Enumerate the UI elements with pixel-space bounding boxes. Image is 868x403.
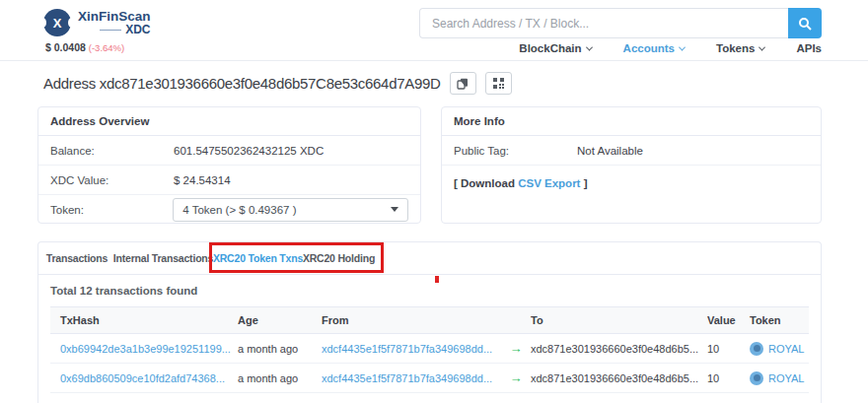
tab-xrc20-token-txns[interactable]: XRC20 Token Txns (216, 242, 300, 274)
nav-apis[interactable]: APIs (796, 42, 822, 54)
nav-tokens-label: Tokens (716, 42, 755, 54)
txhash-link[interactable]: 0x69db860509ce10fd2afd74368... (50, 372, 238, 384)
tab-transactions[interactable]: Transactions (43, 242, 110, 274)
balance-label: Balance: (50, 145, 174, 157)
token-dropdown[interactable]: 4 Token (> $ 0.49367 ) (173, 198, 408, 222)
header-txhash: TxHash (50, 314, 238, 326)
download-line: [ Download CSV Export ] (442, 166, 821, 201)
tab-xrc20-holding[interactable]: XRC20 Holding (300, 242, 378, 274)
to-address-cell: xdc871e301936660e3f0e48d6b5... (531, 343, 707, 355)
xdc-value: $ 24.54314 (174, 174, 231, 186)
nav-blockchain-label: BlockChain (519, 42, 581, 54)
transactions-tabbar: Transactions Internal Transactions XRC20… (38, 242, 821, 275)
header: X XinFinScan XDC $ 0.0408 (-3.64%) Block… (0, 0, 868, 61)
balance-row: Balance: 601.5475502362432125 XDC (38, 136, 420, 166)
qr-code-button[interactable] (485, 72, 512, 95)
xdc-price: $ 0.0408 (-3.64%) (45, 41, 124, 53)
nav-apis-label: APIs (796, 42, 822, 54)
search-button[interactable] (788, 8, 822, 38)
transactions-table: TxHash Age From To Value Token 0xb69942d… (50, 306, 809, 393)
transfer-arrow-icon: → (501, 370, 531, 385)
xdc-value-label: XDC Value: (50, 174, 174, 186)
balance-value: 601.5475502362432125 XDC (174, 145, 324, 157)
token-row: Token: 4 Token (> $ 0.49367 ) (38, 195, 420, 224)
logo[interactable]: X XinFinScan XDC (43, 9, 151, 36)
price-change: (-3.64%) (89, 42, 124, 53)
header-value: Value (707, 314, 750, 326)
token-cell: ROYAL (750, 371, 809, 385)
qr-code-icon (493, 78, 504, 89)
from-address-link[interactable]: xdcf4435e1f5f7871b7fa349698dd... (322, 343, 501, 355)
table-row: 0x69db860509ce10fd2afd74368... a month a… (50, 364, 809, 393)
table-row: 0xb69942de3a1b3e99e19251199... a month a… (50, 334, 809, 364)
age-cell: a month ago (238, 372, 322, 384)
token-logo-icon (750, 371, 763, 385)
header-age: Age (238, 314, 322, 326)
more-info-title: More Info (442, 107, 821, 136)
chevron-down-icon (586, 43, 593, 50)
nav-blockchain[interactable]: BlockChain (519, 42, 591, 54)
age-cell: a month ago (238, 343, 322, 355)
brand-sub-label: XDC (125, 24, 150, 36)
table-header-row: TxHash Age From To Value Token (50, 306, 809, 334)
token-label: Token: (50, 204, 173, 216)
transactions-summary: Total 12 transactions found (38, 275, 821, 302)
main-nav: BlockChain Accounts Tokens APIs (519, 42, 822, 54)
public-tag-label: Public Tag: (454, 145, 577, 157)
public-tag-row: Public Tag: Not Available (442, 136, 821, 166)
price-value: $ 0.0408 (45, 41, 86, 53)
xdc-value-row: XDC Value: $ 24.54314 (38, 166, 420, 195)
header-token: Token (750, 314, 809, 326)
xdc-coin-icon: X (43, 9, 71, 36)
brand-divider (100, 30, 121, 31)
nav-accounts-label: Accounts (623, 42, 675, 54)
page-title: Address xdc871e301936660e3f0e48d6b57C8e5… (43, 75, 441, 92)
copy-icon (457, 78, 469, 90)
copy-address-button[interactable] (450, 72, 476, 95)
public-tag-value: Not Available (577, 145, 643, 157)
annotation-mark (435, 276, 439, 283)
transactions-panel: Transactions Internal Transactions XRC20… (37, 241, 822, 403)
overview-card-title: Address Overview (38, 107, 420, 136)
transfer-arrow-icon: → (501, 341, 531, 356)
chevron-down-icon (679, 43, 686, 50)
token-logo-icon (750, 342, 763, 356)
address-title-row: Address xdc871e301936660e3f0e48d6b57C8e5… (43, 72, 512, 95)
to-address-cell: xdc871e301936660e3f0e48d6b5... (531, 372, 707, 384)
value-cell: 10 (707, 372, 750, 384)
coin-letter: X (53, 16, 62, 31)
header-from: From (322, 314, 501, 326)
dropdown-caret-icon (391, 207, 398, 212)
nav-tokens[interactable]: Tokens (716, 42, 764, 54)
brand-sub: XDC (78, 24, 151, 36)
token-cell: ROYAL (750, 342, 809, 356)
download-prefix: [ Download (454, 177, 518, 189)
tab-internal-transactions[interactable]: Internal Transactions (110, 242, 216, 274)
from-address-link[interactable]: xdcf4435e1f5f7871b7fa349698dd... (322, 372, 501, 384)
more-info-card: More Info Public Tag: Not Available [ Do… (441, 106, 822, 224)
brand-name: XinFinScan (78, 9, 151, 24)
address-overview-card: Address Overview Balance: 601.5475502362… (37, 106, 421, 224)
brand-text: XinFinScan XDC (78, 9, 151, 36)
token-name-link[interactable]: ROYAL (768, 343, 804, 355)
nav-accounts[interactable]: Accounts (623, 42, 685, 54)
search-bar (419, 8, 822, 38)
value-cell: 10 (707, 343, 750, 355)
chevron-down-icon (759, 43, 765, 50)
search-icon (798, 17, 812, 31)
header-to: To (531, 314, 707, 326)
token-dropdown-value: 4 Token (> $ 0.49367 ) (182, 204, 296, 216)
page: X XinFinScan XDC $ 0.0408 (-3.64%) Block… (0, 0, 868, 403)
txhash-link[interactable]: 0xb69942de3a1b3e99e19251199... (50, 343, 238, 355)
search-input[interactable] (419, 8, 788, 38)
csv-export-link[interactable]: CSV Export (518, 177, 580, 189)
download-suffix: ] (580, 177, 587, 189)
token-name-link[interactable]: ROYAL (768, 372, 804, 384)
